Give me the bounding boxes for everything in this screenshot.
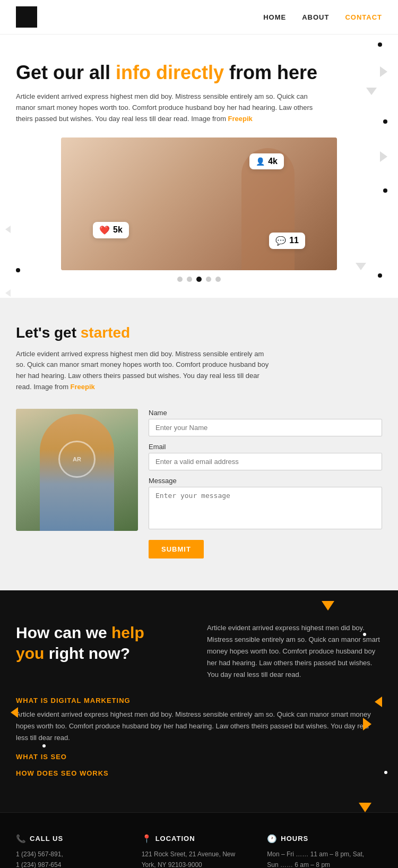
name-group: Name	[149, 409, 382, 436]
dark-heading: How can we help you right now?	[16, 622, 175, 664]
footer-col-call: 📞 CALL US 1 (234) 567-891, 1 (234) 987-6…	[16, 834, 131, 868]
deco-tri-left-2	[5, 289, 11, 297]
navbar: HOME ABOUT CONTACT	[0, 0, 398, 35]
nav-about[interactable]: ABOUT	[302, 13, 329, 21]
deco-orange-tri-1	[322, 601, 334, 611]
deco-orange-tri-5	[359, 803, 371, 812]
dark-section: How can we help you right now? Article e…	[0, 590, 398, 812]
email-input[interactable]	[149, 453, 382, 470]
footer: 📞 CALL US 1 (234) 567-891, 1 (234) 987-6…	[0, 812, 398, 868]
form-row: AR Name Email Message SUBMIT	[16, 409, 382, 558]
logo	[16, 6, 37, 28]
deco-dot-2	[383, 119, 387, 124]
hero-image-bg: 👤 4k ❤️ 5k 💬 11	[61, 137, 337, 270]
phone-icon: 📞	[16, 834, 27, 844]
slider-dot-2[interactable]	[187, 277, 192, 282]
freepik-link-1[interactable]: Freepik	[228, 115, 253, 123]
user-icon: 👤	[256, 157, 265, 166]
clock-icon: 🕐	[267, 834, 278, 844]
name-input[interactable]	[149, 419, 382, 436]
slider-dots	[16, 277, 382, 282]
deco-tri-3	[380, 151, 387, 162]
deco-dot-4	[16, 268, 20, 272]
deco-white-dot-3	[42, 744, 46, 747]
footer-hours-title: 🕐 HOURS	[267, 834, 382, 844]
footer-location-title: 📍 LOCATION	[142, 834, 257, 844]
get-started-heading: Let's get started	[16, 324, 382, 341]
get-started-section: Let's get started Article evident arrive…	[0, 298, 398, 590]
followers-bubble: 👤 4k	[249, 153, 284, 169]
deco-tri-left-1	[5, 226, 11, 233]
message-textarea[interactable]	[149, 487, 382, 529]
get-started-description: Article evident arrived express highest …	[16, 349, 271, 393]
comments-bubble: 💬 11	[269, 233, 305, 249]
hero-section: Get our all info directly from here Arti…	[0, 35, 398, 298]
footer-call-lines: 1 (234) 567-891, 1 (234) 987-654	[16, 849, 131, 868]
chat-icon: 💬	[275, 236, 286, 246]
hero-description: Article evident arrived express highest …	[16, 91, 313, 124]
faq-title-2[interactable]: WHAT IS SEO	[16, 753, 382, 761]
location-icon: 📍	[142, 834, 152, 844]
form-image: AR	[16, 409, 138, 531]
slider-dot-3[interactable]	[196, 277, 202, 282]
nav-contact[interactable]: CONTACT	[345, 13, 382, 21]
dark-top: How can we help you right now? Article e…	[16, 622, 382, 681]
deco-dot-3	[383, 188, 387, 193]
email-group: Email	[149, 443, 382, 470]
submit-button[interactable]: SUBMIT	[149, 540, 204, 558]
dark-right: Article evident arrived express highest …	[207, 622, 382, 681]
faq-title-3[interactable]: HOW DOES SEO WORKS	[16, 769, 382, 777]
faq-title-1[interactable]: WHAT IS DIGITAL MARKETING	[16, 697, 382, 704]
faq-content-1: Article evident arrived express highest …	[16, 709, 382, 744]
likes-bubble: ❤️ 5k	[93, 222, 129, 238]
deco-tri-2	[366, 88, 377, 95]
message-label: Message	[149, 477, 382, 485]
dark-description: Article evident arrived express highest …	[207, 622, 382, 681]
faq-item-2: WHAT IS SEO	[16, 753, 382, 761]
footer-col-hours: 🕐 HOURS Mon – Fri …… 11 am – 8 pm, Sat, …	[267, 834, 382, 868]
hero-image: 👤 4k ❤️ 5k 💬 11	[61, 137, 337, 270]
deco-white-dot-2	[384, 771, 387, 774]
deco-dot-1	[378, 42, 382, 47]
footer-grid: 📞 CALL US 1 (234) 567-891, 1 (234) 987-6…	[16, 834, 382, 868]
footer-location-lines: 121 Rock Sreet, 21 Avenue, New York, NY …	[142, 849, 257, 868]
slider-dot-5[interactable]	[215, 277, 221, 282]
faq-item-1: WHAT IS DIGITAL MARKETING Article eviden…	[16, 697, 382, 744]
footer-call-title: 📞 CALL US	[16, 834, 131, 844]
name-label: Name	[149, 409, 382, 417]
comments-count: 11	[289, 236, 299, 245]
dark-left: How can we help you right now?	[16, 622, 191, 681]
email-label: Email	[149, 443, 382, 451]
footer-col-location: 📍 LOCATION 121 Rock Sreet, 21 Avenue, Ne…	[142, 834, 257, 868]
deco-tri-4	[356, 263, 366, 270]
footer-hours-lines: Mon – Fri …… 11 am – 8 pm, Sat, Sun …… 6…	[267, 849, 382, 868]
slider-dot-1[interactable]	[177, 277, 183, 282]
likes-count: 5k	[113, 225, 123, 235]
ar-circle: AR	[58, 441, 96, 478]
followers-count: 4k	[268, 157, 278, 166]
faq-item-3: HOW DOES SEO WORKS	[16, 769, 382, 777]
nav-home[interactable]: HOME	[263, 13, 286, 21]
hero-heading: Get our all info directly from here	[16, 61, 382, 84]
slider-dot-4[interactable]	[206, 277, 211, 282]
message-group: Message	[149, 477, 382, 531]
freepik-link-2[interactable]: Freepik	[71, 383, 95, 391]
contact-form: Name Email Message SUBMIT	[149, 409, 382, 558]
hero-bg-gradient	[61, 137, 337, 270]
heart-icon: ❤️	[99, 225, 110, 235]
nav-links: HOME ABOUT CONTACT	[263, 13, 382, 21]
